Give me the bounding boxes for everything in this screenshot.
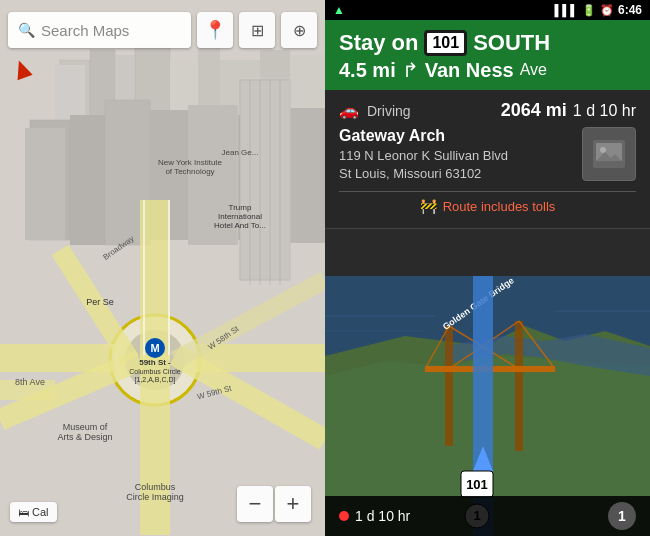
- clock: 6:46: [618, 3, 642, 17]
- compass: [14, 60, 30, 78]
- svg-rect-13: [70, 115, 105, 245]
- bed-icon: 🛏: [18, 506, 29, 518]
- left-map-panel: M 59th St - Columbus Circle [1,2,A,B,C,D…: [0, 0, 325, 536]
- search-icon: 🔍: [18, 22, 35, 38]
- turn-street: Van Ness: [425, 59, 514, 82]
- svg-text:Columbus Circle: Columbus Circle: [129, 368, 180, 375]
- sub-instruction-row: 4.5 mi ↱ Van Ness Ave: [339, 58, 636, 82]
- tolls-text: Route includes tolls: [443, 199, 556, 214]
- remaining-time: 1 d 10 hr: [355, 508, 410, 524]
- compass-arrow: [11, 58, 32, 80]
- svg-text:Museum of: Museum of: [63, 422, 108, 432]
- turn-distance: 4.5 mi: [339, 59, 396, 82]
- location-button[interactable]: ⊕: [281, 12, 317, 48]
- street-view-button[interactable]: 🛏 Cal: [10, 502, 57, 522]
- svg-text:[1,2,A,B,C,D]: [1,2,A,B,C,D]: [135, 376, 176, 384]
- svg-text:M: M: [150, 342, 159, 354]
- instruction-row: Stay on 101 SOUTH: [339, 30, 636, 56]
- driving-label: Driving: [367, 103, 411, 119]
- pin-button[interactable]: 📍: [197, 12, 233, 48]
- svg-text:New York Institute: New York Institute: [158, 158, 223, 167]
- info-card: 🚗 Driving 2064 mi 1 d 10 hr Gateway Arch…: [325, 90, 650, 229]
- dest-thumbnail[interactable]: [582, 127, 636, 181]
- svg-rect-68: [515, 321, 523, 451]
- svg-text:Hotel And To...: Hotel And To...: [214, 221, 266, 230]
- search-box[interactable]: 🔍 Search Maps: [8, 12, 191, 48]
- zoom-out-button[interactable]: −: [237, 486, 273, 522]
- page-indicator[interactable]: 1: [608, 502, 636, 530]
- thumbnail-image-icon: [583, 128, 635, 180]
- svg-rect-29: [143, 200, 145, 360]
- svg-text:8th Ave: 8th Ave: [15, 377, 45, 387]
- street-view-area: 🛏 Cal: [10, 502, 57, 522]
- status-bar: ▲ ▌▌▌ 🔋 ⏰ 6:46: [325, 0, 650, 20]
- zoom-in-button[interactable]: +: [275, 486, 311, 522]
- map-canvas: M 59th St - Columbus Circle [1,2,A,B,C,D…: [0, 0, 325, 536]
- nav-header: Stay on 101 SOUTH 4.5 mi ↱ Van Ness Ave: [325, 20, 650, 90]
- alarm-icon: ⏰: [600, 4, 614, 17]
- turn-arrow-icon: ↱: [402, 58, 419, 82]
- location-icon: ⊕: [293, 21, 306, 40]
- map-toolbar: 🔍 Search Maps 📍 ⊞ ⊕: [8, 8, 317, 52]
- highway-number: 101: [432, 34, 459, 52]
- destination-row: Gateway Arch 119 N Leonor K Sullivan Blv…: [339, 127, 636, 183]
- svg-text:Per Se: Per Se: [86, 297, 114, 307]
- svg-text:Circle Imaging: Circle Imaging: [126, 492, 184, 502]
- battery-icon: 🔋: [582, 4, 596, 17]
- highway-badge: 101: [424, 30, 467, 56]
- tolls-row: 🚧 Route includes tolls: [339, 191, 636, 218]
- time-total: 1 d 10 hr: [573, 100, 636, 121]
- pin-icon: 📍: [204, 19, 226, 41]
- svg-text:59th St -: 59th St -: [139, 358, 171, 367]
- bottom-nav-bar: 1 d 10 hr 1: [325, 496, 650, 536]
- dest-name: Gateway Arch: [339, 127, 574, 145]
- layers-button[interactable]: ⊞: [239, 12, 275, 48]
- right-nav-panel: ▲ ▌▌▌ 🔋 ⏰ 6:46 Stay on 101 SOUTH 4.5 mi …: [325, 0, 650, 536]
- svg-rect-12: [25, 128, 65, 240]
- street-view-label: Cal: [32, 506, 49, 518]
- stay-on-label: Stay on: [339, 30, 418, 56]
- street-suffix: Ave: [520, 61, 547, 79]
- status-right: ▌▌▌ 🔋 ⏰ 6:46: [555, 3, 642, 17]
- signal-bars-icon: ▌▌▌: [555, 4, 578, 16]
- recording-dot: [339, 511, 349, 521]
- dest-address-line1: 119 N Leonor K Sullivan Blvd: [339, 147, 574, 165]
- svg-text:of Technology: of Technology: [165, 167, 214, 176]
- layers-icon: ⊞: [251, 21, 264, 40]
- search-placeholder: Search Maps: [41, 22, 129, 39]
- tolls-icon: 🚧: [420, 198, 437, 214]
- total-distance: 2064 mi: [501, 100, 567, 121]
- svg-text:International: International: [218, 212, 262, 221]
- svg-text:Jean Ge...: Jean Ge...: [222, 148, 259, 157]
- svg-rect-67: [445, 326, 453, 446]
- svg-rect-19: [240, 80, 290, 280]
- car-icon: 🚗: [339, 101, 359, 120]
- svg-text:Trump: Trump: [229, 203, 252, 212]
- driving-row: 🚗 Driving 2064 mi 1 d 10 hr: [339, 100, 636, 121]
- direction-label: SOUTH: [473, 30, 550, 56]
- svg-rect-30: [168, 200, 170, 360]
- svg-text:101: 101: [466, 477, 488, 492]
- nav-arrow-icon: ▲: [333, 3, 345, 17]
- dest-address-line2: St Louis, Missouri 63102: [339, 165, 574, 183]
- dest-info: Gateway Arch 119 N Leonor K Sullivan Blv…: [339, 127, 574, 183]
- svg-text:Arts & Design: Arts & Design: [57, 432, 112, 442]
- svg-text:Columbus: Columbus: [135, 482, 176, 492]
- zoom-controls: − +: [237, 486, 311, 522]
